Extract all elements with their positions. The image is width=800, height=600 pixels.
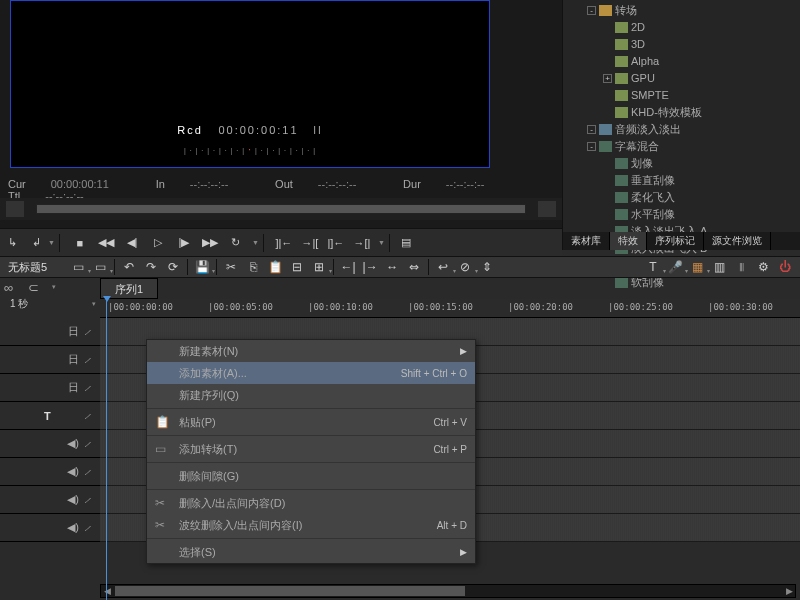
tree-item[interactable]: SMPTE <box>563 87 800 104</box>
panel-tab[interactable]: 源文件浏览 <box>704 232 771 250</box>
track-wave-icon[interactable]: ⟋ <box>80 522 94 534</box>
tool-delete-icon[interactable]: ↩▾ <box>435 260 451 274</box>
tool-new-icon[interactable]: ▭▾ <box>70 260 86 274</box>
jump-prev-button[interactable]: ]|← <box>275 235 293 251</box>
scrub-out-mark[interactable] <box>538 201 556 217</box>
timeline-ruler[interactable]: |00:00:00:00|00:00:05:00|00:00:10:00|00:… <box>100 299 800 318</box>
prev-frame-button[interactable]: ◀| <box>123 235 141 251</box>
tree-item[interactable]: 2D <box>563 19 800 36</box>
track-header[interactable]: 日⟋ <box>0 318 100 346</box>
track-header[interactable]: ◀)⟋ <box>0 458 100 486</box>
context-menu-item[interactable]: 删除间隙(G) <box>147 465 475 487</box>
tree-item[interactable]: -音频淡入淡出 <box>563 121 800 138</box>
panel-tab[interactable]: 特效 <box>610 232 647 250</box>
track-header[interactable]: ◀)⟋ <box>0 514 100 542</box>
play-button[interactable]: ▷ <box>149 235 167 251</box>
context-menu-item[interactable]: 新建素材(N)▶ <box>147 340 475 362</box>
export-button[interactable]: ▤ <box>397 235 415 251</box>
tool-undo-icon[interactable]: ↶ <box>121 260 137 274</box>
tool-slip-icon[interactable]: ↔ <box>384 260 400 274</box>
tool-slide-icon[interactable]: ⇔ <box>406 260 422 274</box>
tree-toggle-icon[interactable]: - <box>587 6 596 15</box>
magnet-icon[interactable]: ⊂ <box>28 280 46 294</box>
context-menu-item[interactable]: ✂波纹删除入/出点间内容(I)Alt + D <box>147 514 475 536</box>
tool-settings-icon[interactable]: ⚙ <box>755 260 771 274</box>
trim-next-button[interactable]: →[| <box>353 235 371 251</box>
tree-item-label: 转场 <box>615 2 637 19</box>
tree-item[interactable]: Alpha <box>563 53 800 70</box>
stop-button[interactable]: ■ <box>71 235 89 251</box>
context-menu-item[interactable]: 新建序列(Q) <box>147 384 475 406</box>
track-wave-icon[interactable]: ⟋ <box>80 494 94 506</box>
context-menu-item[interactable]: ✂删除入/出点间内容(D) <box>147 492 475 514</box>
tool-color-icon[interactable]: ▦▾ <box>689 260 705 274</box>
tree-item[interactable]: 3D <box>563 36 800 53</box>
track-wave-icon[interactable]: ⟋ <box>80 466 94 478</box>
track-header[interactable]: T⟋ <box>0 402 100 430</box>
tool-levels-icon[interactable]: ⫴ <box>733 260 749 274</box>
playhead[interactable] <box>106 296 107 600</box>
timeline-scale[interactable]: 1 秒 ▾ <box>0 296 100 312</box>
track-wave-icon[interactable]: ⟋ <box>80 438 94 450</box>
tool-redo-icon[interactable]: ↷ <box>143 260 159 274</box>
tool-history-icon[interactable]: ⟳ <box>165 260 181 274</box>
tool-cut-icon[interactable]: ✂ <box>223 260 239 274</box>
tool-ripple-icon[interactable]: ⊞▾ <box>311 260 327 274</box>
context-menu-item[interactable]: 选择(S)▶ <box>147 541 475 563</box>
tool-copy-icon[interactable]: ⎘ <box>245 260 261 274</box>
loop-button[interactable]: ↻ <box>227 235 245 251</box>
track-header[interactable]: ◀)⟋ <box>0 486 100 514</box>
scrub-in-mark[interactable] <box>6 201 24 217</box>
timeline-context-menu: 新建素材(N)▶添加素材(A)...Shift + Ctrl + O新建序列(Q… <box>146 339 476 564</box>
tool-title-icon[interactable]: T▾ <box>645 260 661 274</box>
track-header[interactable]: ◀)⟋ <box>0 430 100 458</box>
tree-item[interactable]: 柔化飞入 <box>563 189 800 206</box>
scrub-track[interactable] <box>36 204 526 214</box>
tool-audio-icon[interactable]: 🎤▾ <box>667 260 683 274</box>
tree-item[interactable]: KHD-特效模板 <box>563 104 800 121</box>
tool-add-icon[interactable]: ▭▾ <box>92 260 108 274</box>
tool-power-icon[interactable]: ⏻ <box>777 260 793 274</box>
tool-save-icon[interactable]: 💾▾ <box>194 260 210 274</box>
timeline-h-scrollbar[interactable]: ◀ ▶ <box>100 584 796 598</box>
scroll-thumb[interactable] <box>115 586 465 596</box>
tool-disable-icon[interactable]: ⊘▾ <box>457 260 473 274</box>
tree-item[interactable]: -字幕混合 <box>563 138 800 155</box>
track-header[interactable]: 日⟋ <box>0 374 100 402</box>
track-wave-icon[interactable]: ⟋ <box>80 326 94 338</box>
tree-item[interactable]: 垂直刮像 <box>563 172 800 189</box>
tree-toggle-icon[interactable]: + <box>603 74 612 83</box>
tree-item[interactable]: -转场 <box>563 2 800 19</box>
track-header[interactable]: 日⟋ <box>0 346 100 374</box>
menu-item-label: 添加转场(T) <box>179 442 433 457</box>
tool-expand-icon[interactable]: ⇕ <box>479 260 495 274</box>
rewind-button[interactable]: ◀◀ <box>97 235 115 251</box>
scroll-right-icon[interactable]: ▶ <box>783 585 795 597</box>
tree-toggle-icon[interactable]: - <box>587 142 596 151</box>
jump-next-button[interactable]: →|[ <box>301 235 319 251</box>
tool-paste-icon[interactable]: 📋 <box>267 260 283 274</box>
fforward-button[interactable]: ▶▶ <box>201 235 219 251</box>
track-wave-icon[interactable]: ⟋ <box>80 410 94 422</box>
tool-trim-in-icon[interactable]: ←| <box>340 260 356 274</box>
link-icon[interactable]: ∞ <box>4 280 22 294</box>
track-wave-icon[interactable]: ⟋ <box>80 382 94 394</box>
mark-out-icon[interactable]: ↲ <box>27 235 45 251</box>
mark-in-icon[interactable]: ↳ <box>3 235 21 251</box>
tool-trim-out-icon[interactable]: |→ <box>362 260 378 274</box>
tree-item[interactable]: 水平刮像 <box>563 206 800 223</box>
next-frame-button[interactable]: |▶ <box>175 235 193 251</box>
panel-tab[interactable]: 序列标记 <box>647 232 704 250</box>
trim-prev-button[interactable]: |]← <box>327 235 345 251</box>
tree-toggle-icon[interactable]: - <box>587 125 596 134</box>
tree-item-label: 2D <box>631 19 645 36</box>
scroll-left-icon[interactable]: ◀ <box>101 585 113 597</box>
context-menu-item[interactable]: 添加素材(A)...Shift + Ctrl + O <box>147 362 475 384</box>
panel-tab[interactable]: 素材库 <box>563 232 610 250</box>
tool-mixer-icon[interactable]: ▥ <box>711 260 727 274</box>
tool-split-icon[interactable]: ⊟ <box>289 260 305 274</box>
scrub-bar[interactable] <box>0 198 562 220</box>
track-wave-icon[interactable]: ⟋ <box>80 354 94 366</box>
tree-item[interactable]: 划像 <box>563 155 800 172</box>
tree-item[interactable]: +GPU <box>563 70 800 87</box>
